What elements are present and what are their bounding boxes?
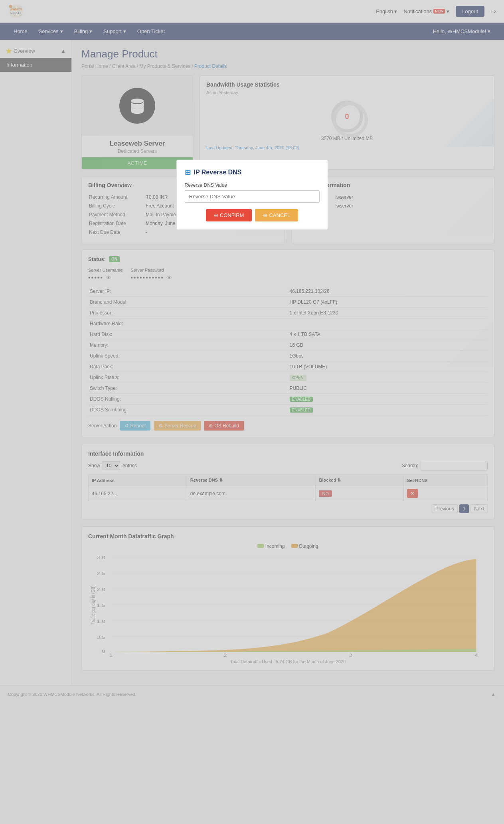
modal-overlay: ⊞ IP Reverse DNS Reverse DNS Value ⊕ CON… — [0, 0, 504, 703]
confirm-button[interactable]: ⊕ CONFIRM — [206, 209, 252, 221]
cancel-button[interactable]: ⊕ CANCEL — [255, 209, 298, 221]
modal-field-label: Reverse DNS Value — [185, 182, 320, 188]
dns-icon: ⊞ — [185, 168, 191, 177]
ip-reverse-dns-modal: ⊞ IP Reverse DNS Reverse DNS Value ⊕ CON… — [176, 160, 328, 230]
modal-header: ⊞ IP Reverse DNS — [185, 168, 320, 177]
modal-title: IP Reverse DNS — [194, 169, 242, 176]
modal-buttons: ⊕ CONFIRM ⊕ CANCEL — [185, 209, 320, 221]
cancel-icon: ⊕ — [263, 212, 267, 218]
confirm-icon: ⊕ — [214, 212, 218, 218]
reverse-dns-input[interactable] — [185, 190, 320, 203]
